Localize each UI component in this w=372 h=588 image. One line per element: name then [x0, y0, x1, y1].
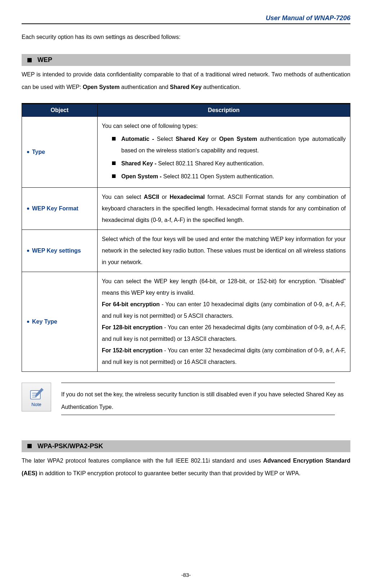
wep-desc-bold1: Open System [83, 84, 120, 90]
b: Shared Key [176, 136, 209, 142]
b: Automatic - [121, 136, 157, 142]
b: Shared Key - [121, 160, 158, 166]
note-icon: Note [22, 383, 51, 411]
wep-desc-part3: authentication. [202, 84, 241, 90]
wep-description: WEP is intended to provide data confiden… [22, 68, 350, 93]
table-row: WEP Key settings Select which of the fou… [22, 230, 350, 272]
bullet-dot-icon [27, 151, 29, 153]
object-label: WEP Key Format [32, 205, 79, 211]
description-cell: You can select one of following types: A… [97, 116, 350, 187]
b: Open System - [121, 173, 163, 179]
section-title-wep: WEP [37, 56, 52, 64]
square-bullet-icon [112, 137, 116, 141]
object-cell: WEP Key settings [22, 230, 98, 272]
table-row: WEP Key Format You can select ASCII or H… [22, 187, 350, 230]
enc-line: For 128-bit encryption - You can enter 2… [102, 322, 346, 345]
page-header-title: User Manual of WNAP-7206 [22, 14, 350, 23]
note-divider-bottom [61, 415, 335, 415]
pencil-note-icon [28, 387, 44, 401]
table-row: Type You can select one of following typ… [22, 116, 350, 187]
header-divider [22, 23, 350, 24]
sub-bullet: Open System - Select 802.11 Open System … [112, 171, 346, 182]
b: Open System [219, 136, 257, 142]
page-number: -83- [0, 572, 372, 578]
desc-lead: You can select one of following types: [102, 120, 346, 132]
t: Select which of the four keys will be us… [102, 236, 346, 265]
object-cell: Type [22, 116, 98, 187]
object-cell: WEP Key Format [22, 187, 98, 230]
t: Select 802.11 Shared Key authentication. [158, 160, 264, 166]
wep-desc-bold2: Shared Key [170, 84, 202, 90]
b: For 64-bit encryption [102, 301, 160, 307]
object-cell: Key Type [22, 272, 98, 371]
table-header-object: Object [22, 103, 98, 116]
bullet-dot-icon [27, 250, 29, 252]
t: You can select the WEP key length (64-bi… [102, 276, 346, 299]
table-header-description: Description [97, 103, 350, 116]
bullet-dot-icon [27, 208, 29, 210]
t: Select 802.11 Open System authentication… [163, 173, 274, 179]
b: For 128-bit encryption [102, 324, 162, 330]
note-text: If you do not set the key, the wireless … [61, 387, 350, 415]
intro-text: Each security option has its own setting… [22, 31, 350, 43]
square-bullet-icon [112, 174, 116, 178]
t: or [159, 194, 170, 200]
section-title-wpa: WPA-PSK/WPA2-PSK [37, 442, 103, 450]
description-cell: You can select ASCII or Hexadecimal form… [97, 187, 350, 230]
bullet-dot-icon [27, 321, 29, 323]
square-bullet-icon [112, 161, 116, 165]
t: The later WPA2 protocol features complia… [22, 458, 263, 464]
square-bullet-icon [27, 58, 32, 62]
t: You can select [102, 194, 144, 200]
description-cell: You can select the WEP key length (64-bi… [97, 272, 350, 371]
sub-bullet: Shared Key - Select 802.11 Shared Key au… [112, 158, 346, 169]
wep-desc-part2: authentication and [120, 84, 170, 90]
note-body: If you do not set the key, the wireless … [61, 383, 350, 419]
section-heading-wpa: WPA-PSK/WPA2-PSK [22, 440, 350, 452]
sub-bullet: Automatic - Select Shared Key or Open Sy… [112, 133, 346, 156]
note-block: Note If you do not set the key, the wire… [22, 383, 350, 419]
enc-line: For 152-bit encryption - You can enter 3… [102, 345, 346, 368]
object-label: Key Type [32, 318, 57, 325]
section-heading-wep: WEP [22, 54, 350, 66]
table-row: Key Type You can select the WEP key leng… [22, 272, 350, 371]
enc-line: For 64-bit encryption - You can enter 10… [102, 299, 346, 322]
b: Hexadecimal [170, 194, 205, 200]
bullet-text: Shared Key - Select 802.11 Shared Key au… [121, 158, 346, 169]
note-divider-top [61, 383, 335, 383]
square-bullet-icon [27, 444, 32, 448]
b: For 152-bit encryption [102, 347, 162, 353]
wep-settings-table: Object Description Type You can select o… [22, 103, 350, 372]
t: Select [157, 136, 176, 142]
object-label: WEP Key settings [32, 248, 81, 254]
t: or [209, 136, 219, 142]
bullet-text: Open System - Select 802.11 Open System … [121, 171, 346, 182]
description-cell: Select which of the four keys will be us… [97, 230, 350, 272]
wpa-description: The later WPA2 protocol features complia… [22, 454, 350, 480]
bullet-text: Automatic - Select Shared Key or Open Sy… [121, 133, 346, 156]
b: ASCII [144, 194, 159, 200]
t: in addition to TKIP encryption protocol … [37, 470, 301, 476]
note-label: Note [31, 402, 41, 407]
object-label: Type [32, 149, 45, 155]
